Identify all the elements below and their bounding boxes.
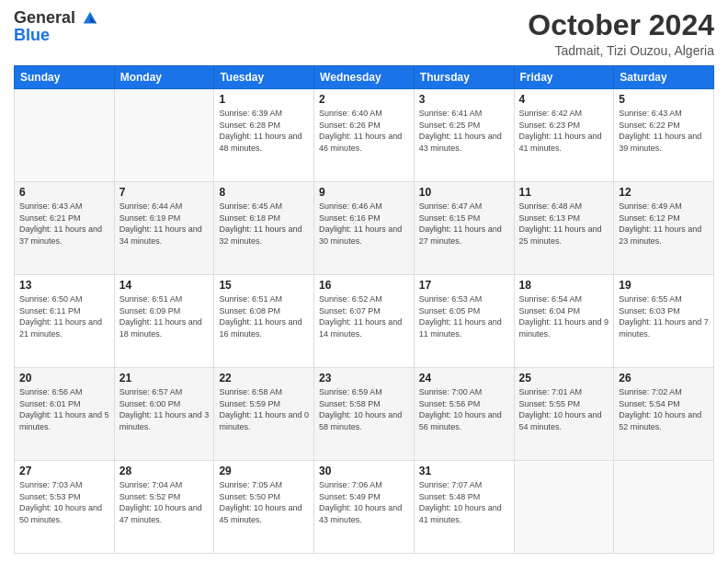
day-info: Sunrise: 7:05 AM Sunset: 5:50 PM Dayligh… xyxy=(219,479,309,525)
calendar-week-5: 27Sunrise: 7:03 AM Sunset: 5:53 PM Dayli… xyxy=(15,461,714,554)
title-area: October 2024 Tadmait, Tizi Ouzou, Algeri… xyxy=(528,9,714,58)
day-info: Sunrise: 6:56 AM Sunset: 6:01 PM Dayligh… xyxy=(19,386,109,432)
table-row: 22Sunrise: 6:58 AM Sunset: 5:59 PM Dayli… xyxy=(214,368,314,461)
day-info: Sunrise: 6:50 AM Sunset: 6:11 PM Dayligh… xyxy=(19,293,109,339)
day-number: 12 xyxy=(619,186,709,199)
col-saturday: Saturday xyxy=(614,66,714,89)
table-row: 19Sunrise: 6:55 AM Sunset: 6:03 PM Dayli… xyxy=(614,275,714,368)
table-row: 13Sunrise: 6:50 AM Sunset: 6:11 PM Dayli… xyxy=(15,275,115,368)
day-info: Sunrise: 6:48 AM Sunset: 6:13 PM Dayligh… xyxy=(519,201,609,247)
day-number: 9 xyxy=(319,186,409,199)
col-friday: Friday xyxy=(514,66,614,89)
day-info: Sunrise: 6:45 AM Sunset: 6:18 PM Dayligh… xyxy=(219,201,309,247)
table-row: 17Sunrise: 6:53 AM Sunset: 6:05 PM Dayli… xyxy=(414,275,514,368)
day-number: 20 xyxy=(19,372,109,385)
day-number: 30 xyxy=(319,465,409,477)
day-info: Sunrise: 6:47 AM Sunset: 6:15 PM Dayligh… xyxy=(419,201,509,247)
day-number: 31 xyxy=(419,465,509,477)
day-info: Sunrise: 7:02 AM Sunset: 5:54 PM Dayligh… xyxy=(619,386,709,432)
logo-text: General xyxy=(14,9,98,28)
col-monday: Monday xyxy=(114,66,214,89)
calendar-week-1: 1Sunrise: 6:39 AM Sunset: 6:28 PM Daylig… xyxy=(15,89,714,182)
calendar-week-2: 6Sunrise: 6:43 AM Sunset: 6:21 PM Daylig… xyxy=(15,182,714,275)
day-number: 16 xyxy=(319,279,409,292)
day-info: Sunrise: 6:54 AM Sunset: 6:04 PM Dayligh… xyxy=(519,293,609,339)
day-info: Sunrise: 7:06 AM Sunset: 5:49 PM Dayligh… xyxy=(319,479,409,525)
table-row: 2Sunrise: 6:40 AM Sunset: 6:26 PM Daylig… xyxy=(314,89,415,182)
day-number: 5 xyxy=(619,93,709,106)
table-row xyxy=(614,461,714,554)
table-row: 12Sunrise: 6:49 AM Sunset: 6:12 PM Dayli… xyxy=(614,182,714,275)
day-number: 10 xyxy=(419,186,509,199)
col-thursday: Thursday xyxy=(414,66,514,89)
table-row: 14Sunrise: 6:51 AM Sunset: 6:09 PM Dayli… xyxy=(114,275,214,368)
day-info: Sunrise: 6:39 AM Sunset: 6:28 PM Dayligh… xyxy=(219,108,309,154)
day-info: Sunrise: 6:41 AM Sunset: 6:25 PM Dayligh… xyxy=(419,108,509,154)
day-info: Sunrise: 7:03 AM Sunset: 5:53 PM Dayligh… xyxy=(19,479,109,525)
day-info: Sunrise: 7:00 AM Sunset: 5:56 PM Dayligh… xyxy=(419,386,509,432)
table-row: 26Sunrise: 7:02 AM Sunset: 5:54 PM Dayli… xyxy=(614,368,714,461)
day-number: 29 xyxy=(219,465,309,477)
day-number: 22 xyxy=(219,372,309,385)
day-info: Sunrise: 6:43 AM Sunset: 6:21 PM Dayligh… xyxy=(19,201,109,247)
table-row: 25Sunrise: 7:01 AM Sunset: 5:55 PM Dayli… xyxy=(514,368,614,461)
day-info: Sunrise: 6:43 AM Sunset: 6:22 PM Dayligh… xyxy=(619,108,709,154)
table-row: 4Sunrise: 6:42 AM Sunset: 6:23 PM Daylig… xyxy=(514,89,614,182)
table-row xyxy=(15,89,115,182)
table-row: 24Sunrise: 7:00 AM Sunset: 5:56 PM Dayli… xyxy=(414,368,514,461)
logo: General Blue xyxy=(14,9,98,45)
day-info: Sunrise: 6:58 AM Sunset: 5:59 PM Dayligh… xyxy=(219,386,309,432)
header: General Blue October 2024 Tadmait, Tizi … xyxy=(14,9,714,58)
table-row: 30Sunrise: 7:06 AM Sunset: 5:49 PM Dayli… xyxy=(314,461,415,554)
day-number: 27 xyxy=(19,465,109,477)
table-row xyxy=(114,89,214,182)
table-row: 21Sunrise: 6:57 AM Sunset: 6:00 PM Dayli… xyxy=(114,368,214,461)
table-row: 5Sunrise: 6:43 AM Sunset: 6:22 PM Daylig… xyxy=(614,89,714,182)
calendar-header-row: Sunday Monday Tuesday Wednesday Thursday… xyxy=(15,66,714,89)
table-row: 29Sunrise: 7:05 AM Sunset: 5:50 PM Dayli… xyxy=(214,461,314,554)
day-info: Sunrise: 6:42 AM Sunset: 6:23 PM Dayligh… xyxy=(519,108,609,154)
day-info: Sunrise: 7:01 AM Sunset: 5:55 PM Dayligh… xyxy=(519,386,609,432)
calendar-week-4: 20Sunrise: 6:56 AM Sunset: 6:01 PM Dayli… xyxy=(15,368,714,461)
month-title: October 2024 xyxy=(528,9,714,41)
day-number: 18 xyxy=(519,279,609,292)
table-row: 3Sunrise: 6:41 AM Sunset: 6:25 PM Daylig… xyxy=(414,89,514,182)
table-row: 6Sunrise: 6:43 AM Sunset: 6:21 PM Daylig… xyxy=(15,182,115,275)
day-number: 4 xyxy=(519,93,609,106)
day-info: Sunrise: 6:40 AM Sunset: 6:26 PM Dayligh… xyxy=(319,108,409,154)
day-number: 19 xyxy=(619,279,709,292)
day-number: 3 xyxy=(419,93,509,106)
table-row: 7Sunrise: 6:44 AM Sunset: 6:19 PM Daylig… xyxy=(114,182,214,275)
day-info: Sunrise: 7:07 AM Sunset: 5:48 PM Dayligh… xyxy=(419,479,509,525)
day-number: 15 xyxy=(219,279,309,292)
day-number: 25 xyxy=(519,372,609,385)
table-row: 23Sunrise: 6:59 AM Sunset: 5:58 PM Dayli… xyxy=(314,368,415,461)
day-info: Sunrise: 6:53 AM Sunset: 6:05 PM Dayligh… xyxy=(419,293,509,339)
day-info: Sunrise: 6:44 AM Sunset: 6:19 PM Dayligh… xyxy=(119,201,210,247)
logo-blue: Blue xyxy=(14,26,98,45)
table-row: 11Sunrise: 6:48 AM Sunset: 6:13 PM Dayli… xyxy=(514,182,614,275)
day-number: 14 xyxy=(119,279,210,292)
day-info: Sunrise: 6:46 AM Sunset: 6:16 PM Dayligh… xyxy=(319,201,409,247)
day-info: Sunrise: 7:04 AM Sunset: 5:52 PM Dayligh… xyxy=(119,479,210,525)
day-number: 26 xyxy=(619,372,709,385)
day-info: Sunrise: 6:51 AM Sunset: 6:08 PM Dayligh… xyxy=(219,293,309,339)
day-number: 13 xyxy=(19,279,109,292)
day-number: 23 xyxy=(319,372,409,385)
day-number: 11 xyxy=(519,186,609,199)
table-row: 10Sunrise: 6:47 AM Sunset: 6:15 PM Dayli… xyxy=(414,182,514,275)
col-tuesday: Tuesday xyxy=(214,66,314,89)
day-info: Sunrise: 6:49 AM Sunset: 6:12 PM Dayligh… xyxy=(619,201,709,247)
day-number: 2 xyxy=(319,93,409,106)
day-number: 7 xyxy=(119,186,210,199)
table-row: 15Sunrise: 6:51 AM Sunset: 6:08 PM Dayli… xyxy=(214,275,314,368)
day-info: Sunrise: 6:59 AM Sunset: 5:58 PM Dayligh… xyxy=(319,386,409,432)
table-row xyxy=(514,461,614,554)
table-row: 27Sunrise: 7:03 AM Sunset: 5:53 PM Dayli… xyxy=(15,461,115,554)
day-info: Sunrise: 6:57 AM Sunset: 6:00 PM Dayligh… xyxy=(119,386,210,432)
col-wednesday: Wednesday xyxy=(314,66,415,89)
table-row: 16Sunrise: 6:52 AM Sunset: 6:07 PM Dayli… xyxy=(314,275,415,368)
day-number: 17 xyxy=(419,279,509,292)
table-row: 28Sunrise: 7:04 AM Sunset: 5:52 PM Dayli… xyxy=(114,461,214,554)
day-number: 28 xyxy=(119,465,210,477)
